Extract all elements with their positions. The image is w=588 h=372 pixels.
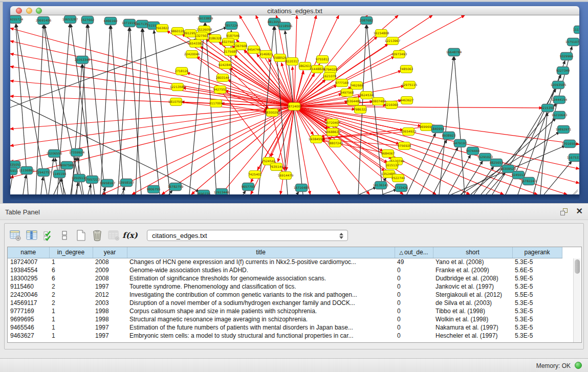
close-panel-icon[interactable]: ✕	[576, 207, 583, 216]
graph-edge	[294, 44, 388, 106]
table-panel-body: f(x) citations_edges.txt namein_degreeye…	[4, 223, 584, 349]
graph-edge	[61, 179, 66, 194]
table-scrollbar[interactable]	[573, 258, 581, 342]
network-canvas[interactable]: 1872400724055724206914061065328715276026…	[10, 15, 579, 194]
graph-node-label: 2718126	[175, 69, 189, 73]
edit-columns-icon[interactable]	[40, 228, 56, 243]
graph-node-label: 3624534	[360, 93, 374, 97]
graph-edge	[206, 23, 216, 194]
delete-trash-icon[interactable]	[90, 228, 105, 243]
graph-node-label: 8938923	[442, 134, 456, 137]
graph-node-label: 11675333	[567, 156, 579, 159]
table-row[interactable]: 1830029562008Estimation of significance …	[8, 274, 562, 282]
graph-node-label: 20206556	[47, 151, 62, 155]
create-table-icon[interactable]	[73, 228, 89, 243]
table-selector-value: citations_edges.txt	[152, 232, 207, 239]
column-header-indegree[interactable]: in_degree	[49, 247, 93, 258]
column-header-year[interactable]: year	[93, 247, 127, 258]
graph-node-label: 9474444	[466, 149, 480, 152]
graph-edge	[280, 106, 294, 194]
table-row[interactable]: 1938455462009Genome-wide association stu…	[8, 266, 562, 274]
graph-node-label: 3175685	[224, 50, 237, 53]
canvas-resize-grip[interactable]	[572, 187, 578, 193]
graph-edge	[10, 28, 294, 106]
column-header-short[interactable]: short	[433, 247, 512, 258]
graph-node-label: 7857224	[225, 24, 238, 27]
graph-edge	[10, 106, 294, 178]
graph-node-label: 15751074	[565, 40, 579, 43]
table-row[interactable]: 946362711997Embryonic stem cells: a mode…	[8, 332, 562, 340]
graph-node-label: 22420046	[184, 52, 200, 56]
graph-node-label: 19384554	[309, 137, 324, 141]
graph-edge	[285, 31, 303, 194]
table-row[interactable]: 1872400712008Changes of HCN gene express…	[8, 258, 562, 266]
citation-network-graph[interactable]: 1872400724055724206914061065328715276026…	[10, 15, 579, 194]
graph-node-label: 13958167	[119, 181, 135, 184]
memory-status-label: Memory: OK	[536, 362, 571, 369]
table-row[interactable]: 2242004622012Investigating the contribut…	[8, 291, 562, 299]
show-columns-icon[interactable]	[24, 228, 39, 243]
column-header-title[interactable]: title	[127, 247, 395, 258]
graph-node-label: 6794028	[324, 68, 338, 71]
network-window-titlebar[interactable]: citations_edges.txt	[10, 6, 579, 15]
graph-node-label: 16648784	[446, 50, 462, 54]
graph-node-label: 1621078	[323, 74, 337, 78]
table-toolbar: f(x) citations_edges.txt	[8, 226, 348, 245]
graph-edge	[286, 106, 294, 170]
graph-edge	[88, 25, 105, 194]
table-row[interactable]: 946554611997Estimation of the future num…	[8, 323, 562, 332]
node-table-grid[interactable]: namein_degreeyeartitle△out_de...shortpag…	[8, 247, 562, 340]
graph-node-label: 7485063	[400, 67, 413, 71]
graph-edge	[88, 184, 91, 194]
graph-edge	[462, 161, 483, 194]
table-row[interactable]: 911546021997Tourette syndrome. Phenomeno…	[8, 282, 562, 291]
graph-node-label: 2522744	[391, 176, 405, 180]
table-selector-dropdown[interactable]: citations_edges.txt	[147, 230, 348, 241]
table-row[interactable]: 1456911722003Disruption of a novel membe…	[8, 299, 562, 307]
graph-edge	[243, 190, 246, 194]
column-header-name[interactable]: name	[8, 247, 49, 258]
graph-node-label: 7635144	[270, 165, 284, 168]
function-builder-icon[interactable]: f(x)	[122, 228, 138, 243]
graph-node-label: 20364486	[345, 99, 361, 103]
delete-table-icon	[106, 228, 121, 243]
graph-node-label: 9329966	[560, 54, 574, 58]
graph-node-label: 1145194	[53, 172, 67, 176]
graph-node-label: 10807487	[371, 99, 386, 103]
graph-node-label: 12093585	[551, 83, 567, 86]
graph-node-label: 9427552	[213, 87, 227, 91]
graph-node-label: 16782759	[168, 185, 184, 188]
graph-edge	[111, 26, 124, 194]
graph-edge	[143, 29, 160, 194]
graph-node-label: 8215358	[541, 106, 555, 110]
graph-node-label: 6497568	[340, 91, 354, 94]
graph-edge	[367, 25, 383, 194]
row-height-icon[interactable]	[57, 228, 72, 243]
graph-edge	[544, 161, 572, 194]
table-settings-icon[interactable]	[8, 228, 23, 243]
graph-edge	[251, 106, 294, 194]
graph-edge	[118, 28, 129, 194]
graph-node-label: 9242848	[219, 63, 232, 67]
graph-edge	[49, 158, 54, 194]
graph-edge	[162, 106, 294, 194]
graph-node-label: 19892971	[556, 127, 572, 131]
graph-node-label: 18724007	[287, 104, 302, 108]
graph-edge	[294, 106, 436, 194]
graph-node-label: 9327503	[222, 40, 235, 43]
graph-edge	[294, 106, 542, 108]
network-view-panel: citations_edges.txt 18724007240557242069…	[0, 0, 588, 203]
table-panel-header: Table Panel ✕	[0, 203, 588, 220]
graph-node-label: 20691406	[36, 18, 52, 22]
graph-node-label: 9755812	[316, 57, 330, 61]
node-table: namein_degreeyeartitle△out_de...shortpag…	[7, 247, 582, 343]
table-row[interactable]: 977716911998Corpus callosum shape and si…	[8, 307, 562, 315]
table-scrollbar-thumb[interactable]	[575, 259, 580, 274]
table-row[interactable]: 969969511998Structural magnetic resonanc…	[8, 315, 562, 323]
float-panel-icon[interactable]	[560, 208, 569, 216]
graph-node-label: 1117534	[573, 28, 579, 31]
column-header-pagerank[interactable]: pagerank	[512, 247, 562, 258]
column-header-outde[interactable]: △out_de...	[395, 247, 433, 258]
graph-node-label: 16210643	[552, 113, 568, 117]
table-panel: Table Panel ✕	[0, 203, 588, 358]
